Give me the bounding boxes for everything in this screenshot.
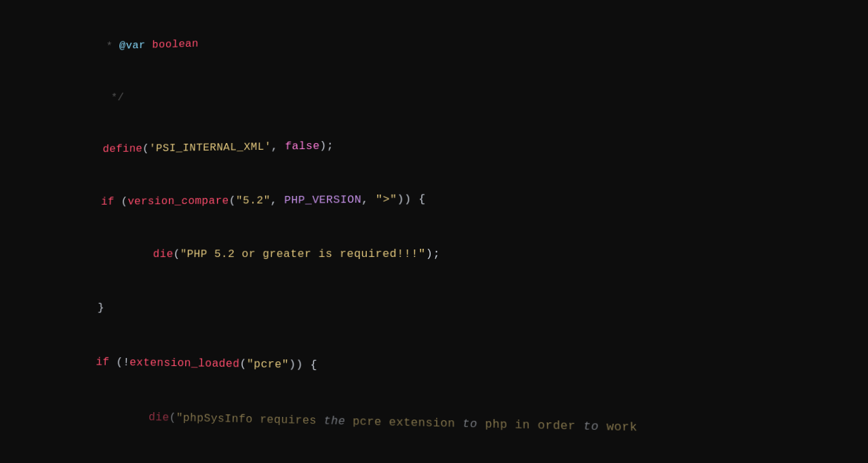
code-line: die("PHP 5.2 or greater is required!!!")… — [59, 224, 868, 283]
code-line: if (version_compare("5.2", PHP_VERSION, … — [60, 167, 868, 228]
code-line: } — [57, 281, 868, 342]
code-editor: * @var boolean */ define('PSI_INTERNAL_X… — [15, 0, 868, 463]
